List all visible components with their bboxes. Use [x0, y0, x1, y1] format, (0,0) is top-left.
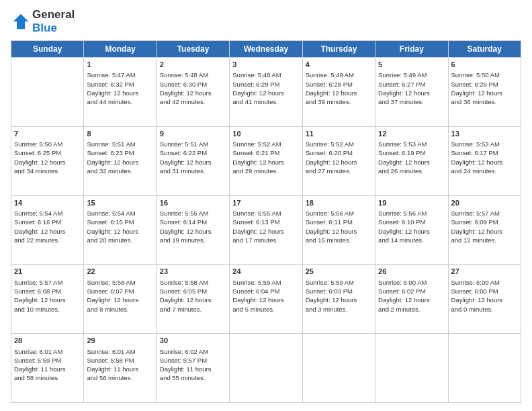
day-info-line: Sunset: 6:10 PM	[378, 218, 445, 226]
calendar-cell: 10Sunrise: 5:52 AMSunset: 6:21 PMDayligh…	[230, 126, 302, 195]
day-info-line: Sunrise: 5:56 AM	[306, 209, 372, 218]
day-info-line: Sunrise: 5:49 AM	[306, 71, 372, 79]
day-info-line: Daylight: 12 hours	[160, 227, 226, 236]
svg-marker-0	[13, 14, 29, 30]
day-info-line: Daylight: 12 hours	[232, 227, 299, 236]
day-info-line: Sunset: 6:30 PM	[160, 80, 226, 89]
day-info-line: and 7 minutes.	[160, 305, 226, 314]
day-info-line: Sunrise: 5:59 AM	[306, 278, 372, 287]
calendar-cell: 28Sunrise: 6:01 AMSunset: 5:59 PMDayligh…	[11, 334, 84, 403]
calendar-cell: 5Sunrise: 5:49 AMSunset: 6:27 PMDaylight…	[375, 58, 448, 127]
day-info-line: Sunrise: 6:02 AM	[160, 347, 226, 356]
day-number: 24	[232, 267, 299, 277]
day-number: 22	[87, 267, 153, 277]
day-info-line: and 2 minutes.	[378, 305, 445, 314]
calendar-cell: 13Sunrise: 5:53 AMSunset: 6:17 PMDayligh…	[448, 126, 521, 195]
calendar-cell	[230, 334, 302, 403]
day-number: 29	[87, 336, 153, 346]
weekday-header: Friday	[375, 41, 448, 58]
day-info-line: Daylight: 12 hours	[232, 158, 299, 167]
day-info-line: Sunset: 6:11 PM	[306, 218, 372, 226]
day-info-line: Daylight: 12 hours	[378, 158, 445, 167]
day-info-line: and 56 minutes.	[87, 373, 153, 382]
day-number: 8	[87, 129, 153, 139]
day-info-line: and 44 minutes.	[87, 97, 153, 106]
day-info-line: Sunrise: 5:51 AM	[87, 140, 153, 148]
day-info-line: Sunset: 6:27 PM	[378, 80, 445, 89]
day-info-line: Sunset: 5:57 PM	[160, 356, 226, 365]
day-info-line: Daylight: 12 hours	[232, 295, 299, 304]
day-info-line: and 55 minutes.	[160, 373, 226, 382]
day-info-line: Sunset: 6:08 PM	[14, 287, 81, 295]
day-info-line: and 10 minutes.	[14, 305, 81, 314]
day-info-line: Sunset: 6:32 PM	[87, 80, 153, 89]
day-info-line: and 20 minutes.	[87, 236, 153, 244]
day-number: 20	[451, 198, 518, 208]
day-info-line: and 26 minutes.	[378, 167, 445, 175]
day-number: 10	[232, 129, 299, 139]
calendar-week-row: 1Sunrise: 5:47 AMSunset: 6:32 PMDaylight…	[11, 58, 521, 127]
header: General Blue	[11, 8, 521, 35]
day-info-line: and 27 minutes.	[306, 167, 372, 175]
calendar-cell	[448, 334, 521, 403]
calendar-cell	[11, 58, 84, 127]
day-info-line: Sunset: 6:21 PM	[232, 148, 299, 157]
day-info-line: and 5 minutes.	[232, 305, 299, 314]
day-number: 3	[232, 60, 299, 70]
day-info-line: and 0 minutes.	[451, 305, 518, 314]
logo-icon	[11, 11, 31, 32]
calendar-cell: 6Sunrise: 5:50 AMSunset: 6:26 PMDaylight…	[448, 58, 521, 127]
day-info-line: Daylight: 12 hours	[232, 89, 299, 97]
calendar-cell: 15Sunrise: 5:54 AMSunset: 6:15 PMDayligh…	[84, 195, 157, 265]
day-info-line: Sunrise: 6:00 AM	[378, 278, 445, 287]
day-info-line: Daylight: 12 hours	[160, 158, 226, 167]
day-info-line: Daylight: 12 hours	[306, 158, 372, 167]
calendar-cell	[302, 334, 375, 403]
day-info-line: Sunrise: 6:00 AM	[451, 278, 518, 287]
day-number: 9	[160, 129, 226, 139]
day-info-line: Sunset: 5:59 PM	[14, 356, 81, 365]
day-info-line: and 41 minutes.	[232, 97, 299, 106]
weekday-header: Tuesday	[157, 41, 229, 58]
day-info-line: Sunrise: 5:56 AM	[378, 209, 445, 218]
day-info-line: Sunset: 6:09 PM	[451, 218, 518, 226]
day-info-line: Daylight: 12 hours	[451, 158, 518, 167]
day-number: 11	[306, 129, 372, 139]
day-info-line: Sunrise: 6:01 AM	[87, 347, 153, 356]
calendar-week-row: 21Sunrise: 5:57 AMSunset: 6:08 PMDayligh…	[11, 265, 521, 334]
day-info-line: Daylight: 12 hours	[87, 89, 153, 97]
day-number: 14	[14, 198, 81, 208]
calendar-cell: 24Sunrise: 5:59 AMSunset: 6:04 PMDayligh…	[230, 265, 302, 334]
day-info-line: Sunset: 6:29 PM	[232, 80, 299, 89]
day-info-line: and 31 minutes.	[160, 167, 226, 175]
calendar-cell: 3Sunrise: 5:48 AMSunset: 6:29 PMDaylight…	[230, 58, 302, 127]
day-number: 19	[378, 198, 445, 208]
day-info-line: Sunset: 6:04 PM	[232, 287, 299, 295]
day-number: 6	[451, 60, 518, 70]
day-info-line: Sunrise: 5:50 AM	[14, 140, 81, 148]
day-info-line: Daylight: 12 hours	[160, 295, 226, 304]
day-info-line: Sunset: 6:14 PM	[160, 218, 226, 226]
day-info-line: Daylight: 11 hours	[160, 365, 226, 373]
day-number: 17	[232, 198, 299, 208]
weekday-header: Thursday	[302, 41, 375, 58]
day-info-line: Sunset: 6:25 PM	[14, 148, 81, 157]
calendar-cell: 19Sunrise: 5:56 AMSunset: 6:10 PMDayligh…	[375, 195, 448, 265]
day-number: 21	[14, 267, 81, 277]
calendar-cell: 16Sunrise: 5:55 AMSunset: 6:14 PMDayligh…	[157, 195, 229, 265]
calendar-week-row: 7Sunrise: 5:50 AMSunset: 6:25 PMDaylight…	[11, 126, 521, 195]
day-info-line: Sunset: 6:22 PM	[160, 148, 226, 157]
day-number: 2	[160, 60, 226, 70]
calendar-table: SundayMondayTuesdayWednesdayThursdayFrid…	[11, 40, 521, 403]
day-info-line: and 15 minutes.	[306, 236, 372, 244]
weekday-header: Wednesday	[230, 41, 302, 58]
day-info-line: Sunrise: 5:53 AM	[378, 140, 445, 148]
day-info-line: Daylight: 11 hours	[14, 365, 81, 373]
calendar-cell: 12Sunrise: 5:53 AMSunset: 6:19 PMDayligh…	[375, 126, 448, 195]
page: General Blue SundayMondayTuesdayWednesda…	[0, 0, 532, 411]
day-info-line: Sunset: 6:03 PM	[306, 287, 372, 295]
day-info-line: and 12 minutes.	[451, 236, 518, 244]
day-info-line: Daylight: 12 hours	[378, 295, 445, 304]
day-info-line: Sunrise: 5:48 AM	[232, 71, 299, 79]
day-info-line: Sunset: 6:19 PM	[378, 148, 445, 157]
